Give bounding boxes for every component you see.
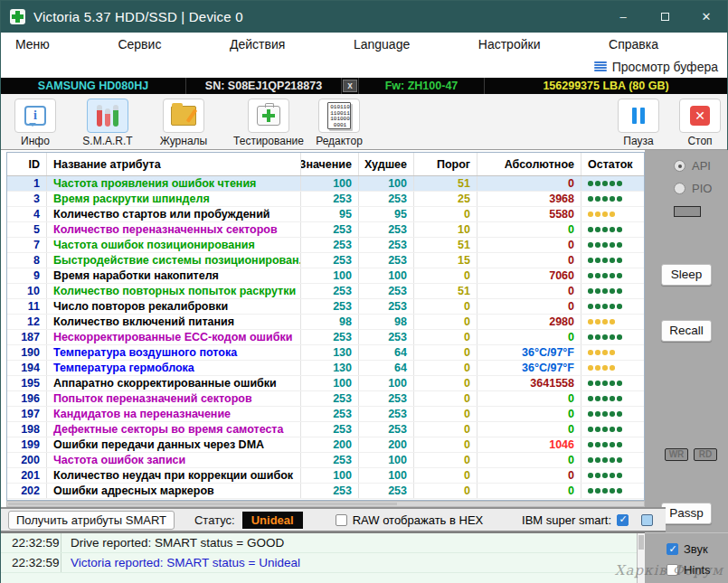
table-row[interactable]: 4Количество стартов или пробуждений95950… (7, 207, 644, 222)
table-row[interactable]: 195Аппаратно скорректированные ошибки100… (7, 376, 644, 391)
rd-button[interactable]: RD (694, 448, 717, 461)
table-row[interactable]: 5Количество переназначенных секторов2532… (7, 222, 644, 238)
column-header-value[interactable]: Значение (301, 153, 359, 175)
toolbar-button-stop[interactable]: ✕ Стоп (674, 99, 726, 147)
raw-hex-checkbox[interactable] (336, 514, 347, 526)
menu-item-menu[interactable]: Меню (10, 35, 55, 53)
table-row[interactable]: 200Частота ошибок записи25310000 (7, 453, 644, 468)
horizontal-scrollbar-thumb[interactable] (8, 503, 397, 505)
table-cell: 253 (301, 222, 359, 237)
recall-button[interactable]: Recall (661, 320, 712, 342)
hints-checkbox-row[interactable]: Hints (667, 563, 728, 577)
log-scrollbar-thumb[interactable] (638, 535, 644, 550)
table-cell: Дефектные секторы во время самотеста (47, 422, 301, 437)
maximize-button[interactable] (644, 1, 685, 33)
horizontal-scrollbar[interactable] (6, 501, 645, 507)
table-cell: 100 (359, 376, 414, 390)
toolbar-button-editor[interactable]: 0101101100111010000001 Редактор (305, 99, 373, 147)
toolbar-button-journals[interactable]: Журналы (148, 99, 219, 147)
table-cell: 199 (7, 437, 47, 452)
buffer-view-button[interactable]: Просмотр буфера (594, 60, 718, 74)
info-icon: i (24, 106, 46, 126)
health-dot (610, 411, 615, 417)
health-dot (602, 288, 608, 294)
table-cell: 100 (301, 468, 359, 483)
sleep-button[interactable]: Sleep (661, 264, 712, 286)
table-cell: 95 (359, 207, 414, 221)
toolbar-button-testing[interactable]: Тестирование (221, 99, 317, 147)
column-header-worst[interactable]: Худшее (359, 153, 414, 175)
menu-item-language[interactable]: Language (348, 35, 415, 53)
sound-checkbox-row[interactable]: Звук (667, 542, 728, 556)
api-radio-row[interactable]: API (674, 159, 728, 173)
health-dot (588, 196, 593, 202)
health-dot (617, 457, 622, 463)
minimize-button[interactable]: – (602, 1, 644, 33)
close-button[interactable]: ✕ (685, 1, 727, 33)
table-row[interactable]: 194Температура гермоблока13064036°C/97°F (7, 361, 644, 376)
pio-radio-row[interactable]: PIO (674, 182, 728, 195)
table-cell: 64 (359, 345, 414, 360)
menu-item-service[interactable]: Сервис (112, 35, 166, 53)
column-header-name[interactable]: Название атрибута (47, 153, 301, 175)
menu-item-settings[interactable]: Настройки (473, 35, 546, 53)
pio-label: PIO (692, 182, 712, 195)
menu-bar: Меню Сервис Действия Language Настройки … (1, 33, 727, 55)
table-row[interactable]: 10Количество повторных попыток раскрутки… (7, 284, 644, 299)
table-row[interactable]: 7Частота ошибок позиционирования25325351… (7, 238, 644, 253)
drive-serial-close-button[interactable]: x (343, 80, 357, 92)
health-dot (595, 288, 600, 294)
table-cell: 253 (301, 422, 359, 437)
table-row[interactable]: 202Ошибки адресных маркеров25325300 (7, 484, 644, 499)
table-row[interactable]: 196Попыток переназначений секторов253253… (7, 391, 644, 407)
column-header-health[interactable]: Остаток (581, 153, 642, 175)
table-row[interactable]: 3Время раскрутки шпинделя253253253968 (7, 192, 644, 207)
health-dot (595, 334, 600, 340)
table-row[interactable]: 201Количество неудач при коррекции ошибо… (7, 468, 644, 484)
pause-icon (632, 108, 645, 124)
table-cell: 0 (477, 330, 581, 344)
health-dot (610, 473, 615, 478)
passp-button[interactable]: Passp (661, 503, 712, 524)
raw-hex-checkbox-row[interactable]: RAW отображать в HEX (336, 513, 484, 527)
table-row[interactable]: 11Число повторов рекалибровки25325300 (7, 299, 644, 315)
toolbar-button-pause[interactable]: Пауза (609, 99, 668, 147)
column-header-raw[interactable]: Абсолютное (477, 153, 581, 175)
table-row[interactable]: 8Быстродействие системы позиционирован..… (7, 253, 644, 268)
table-cell: 253 (359, 407, 414, 421)
column-header-threshold[interactable]: Порог (414, 153, 477, 175)
get-smart-attributes-button[interactable]: Получить атрибуты SMART (8, 511, 175, 530)
hints-checkbox[interactable] (667, 564, 678, 576)
table-row[interactable]: 9Время наработки накопителя10010007060 (7, 268, 644, 284)
health-dots (581, 407, 642, 421)
table-cell: 253 (301, 330, 359, 344)
smart-attributes-table: ID Название атрибута Значение Худшее Пор… (6, 152, 645, 501)
log-vertical-scrollbar[interactable] (637, 533, 645, 583)
table-row[interactable]: 187Нескорректированные ECC-кодом ошибки2… (7, 330, 644, 345)
menu-item-help[interactable]: Справка (603, 35, 664, 53)
health-dot (595, 488, 600, 494)
pio-radio[interactable] (674, 183, 685, 194)
toolbar-button-smart[interactable]: S.M.A.R.T (76, 99, 139, 147)
health-dots (581, 222, 642, 237)
table-cell: Количество неудач при коррекции ошибок (47, 468, 301, 483)
table-cell: 253 (359, 192, 414, 206)
health-dot (588, 350, 593, 355)
wr-button[interactable]: WR (665, 448, 688, 461)
api-radio[interactable] (674, 160, 685, 172)
health-dot (595, 427, 600, 432)
ibm-super-smart-checkbox[interactable] (617, 514, 629, 526)
toolbar-button-info[interactable]: i Инфо (8, 99, 62, 147)
table-cell: Количество включений питания (47, 315, 301, 329)
table-row[interactable]: 190Температура воздушного потока13064036… (7, 345, 644, 361)
table-row[interactable]: 12Количество включений питания989802980 (7, 315, 644, 330)
menu-item-actions[interactable]: Действия (224, 35, 290, 53)
table-row[interactable]: 197Кандидатов на переназначение25325300 (7, 407, 644, 422)
sound-checkbox[interactable] (667, 543, 678, 555)
table-cell: Частота ошибок позиционирования (47, 238, 301, 252)
column-header-id[interactable]: ID (7, 153, 47, 175)
table-row[interactable]: 198Дефектные секторы во время самотеста2… (7, 422, 644, 437)
table-row[interactable]: 1Частота проявления ошибок чтения1001005… (7, 176, 644, 192)
table-row[interactable]: 199Ошибки передачи данных через DMA20020… (7, 437, 644, 453)
ibm-secondary-checkbox[interactable] (641, 514, 653, 526)
